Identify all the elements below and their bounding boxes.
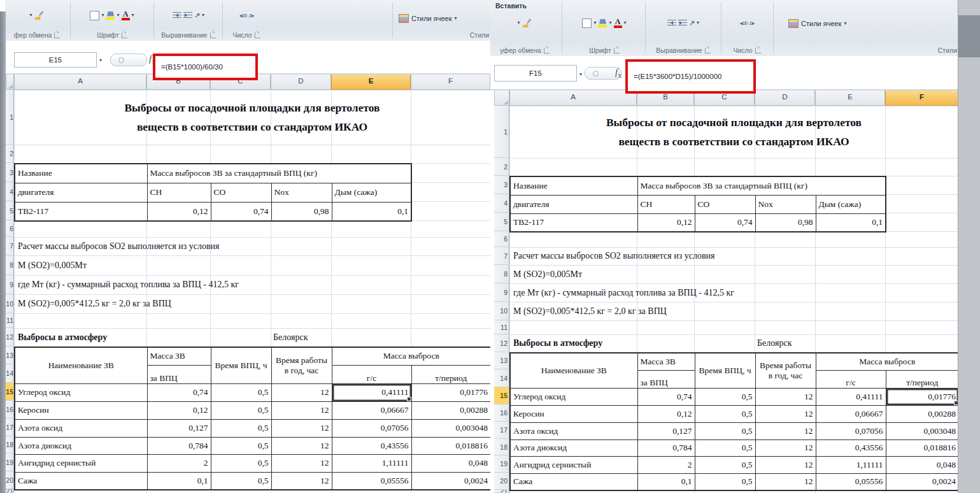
substance-name[interactable]: Керосин bbox=[15, 401, 147, 419]
fill-color-icon[interactable] bbox=[598, 19, 607, 27]
borders-icon[interactable] bbox=[582, 18, 592, 28]
engine-name-header2[interactable]: двигателя bbox=[510, 195, 637, 213]
cell-c15[interactable]: 0,5 bbox=[211, 383, 271, 401]
cell-f17[interactable]: 0,003048 bbox=[411, 419, 490, 437]
decrease-decimal-icon[interactable]: ,0▸ bbox=[248, 13, 253, 18]
dialog-launcher-icon[interactable] bbox=[544, 48, 550, 54]
cell-f19[interactable]: 0,048 bbox=[411, 454, 490, 472]
row-header-4[interactable]: 4 bbox=[6, 182, 14, 201]
row-header-3[interactable]: 3 bbox=[6, 163, 14, 182]
cell-b19[interactable]: 2 bbox=[147, 454, 211, 472]
increase-decimal-icon[interactable]: ◂,00 bbox=[239, 13, 246, 18]
row-header-21[interactable]: 21 bbox=[494, 490, 509, 493]
cell-d20[interactable]: 12 bbox=[271, 472, 332, 490]
row-header-19[interactable]: 19 bbox=[6, 454, 14, 471]
formula-text[interactable]: =(E15*3600*D15)/1000000 bbox=[634, 73, 721, 80]
cell-e18[interactable]: 0,43556 bbox=[332, 437, 411, 454]
name-box-caret[interactable]: ▾ bbox=[579, 71, 582, 77]
row-header-11[interactable]: 11 bbox=[494, 320, 509, 334]
engine-value-0[interactable]: 0,12 bbox=[637, 213, 695, 232]
yearly-hours-header[interactable]: Время работы в год, час bbox=[271, 347, 332, 383]
note-line-2[interactable]: М (SO2)=0,005Мт bbox=[18, 255, 87, 275]
row-header-10[interactable]: 10 bbox=[6, 294, 14, 313]
cell-c18[interactable]: 0,5 bbox=[695, 439, 755, 456]
fill-color-caret[interactable]: ▾ bbox=[609, 20, 611, 25]
format-painter-icon[interactable] bbox=[522, 18, 532, 28]
cell-c20[interactable]: 0,5 bbox=[211, 472, 271, 490]
substance-name[interactable]: Азота оксид bbox=[510, 422, 637, 439]
yearly-hours-header[interactable]: Время работы в год, час bbox=[755, 353, 816, 388]
row-header-2[interactable]: 2 bbox=[6, 145, 14, 163]
row-header-17[interactable]: 17 bbox=[494, 422, 509, 439]
substance-name[interactable]: Азота оксид bbox=[15, 419, 147, 437]
row-header-16[interactable]: 16 bbox=[494, 404, 509, 422]
cell-styles-button[interactable]: Стили ячеек ▾ bbox=[788, 19, 847, 28]
name-box[interactable]: F15 bbox=[494, 65, 577, 82]
engine-name-header[interactable]: Название bbox=[15, 164, 147, 183]
location-cell[interactable]: Белоярск bbox=[757, 334, 792, 352]
cell-f16[interactable]: 0,00288 bbox=[411, 401, 490, 419]
cell-d15[interactable]: 12 bbox=[271, 383, 332, 401]
pollutant-header-0[interactable]: CH bbox=[637, 195, 695, 213]
increase-indent-icon[interactable] bbox=[183, 12, 192, 19]
row-header-20[interactable]: 20 bbox=[6, 471, 14, 489]
borders-icon[interactable] bbox=[90, 11, 99, 20]
cell-b20[interactable]: 0,1 bbox=[637, 473, 695, 490]
row-header-15[interactable]: 15 bbox=[494, 387, 509, 404]
row-header-3[interactable]: 3 bbox=[494, 176, 509, 194]
row-header-9[interactable]: 9 bbox=[494, 283, 509, 302]
name-box[interactable]: E15 bbox=[14, 52, 97, 68]
cell-f15[interactable]: 0,01776 bbox=[411, 383, 490, 401]
mass-per-cycle-header[interactable]: Масса выбросов ЗВ за стандартный ВПЦ (кг… bbox=[637, 176, 886, 195]
dialog-launcher-icon[interactable] bbox=[54, 32, 60, 38]
cell-d16[interactable]: 12 bbox=[271, 401, 332, 419]
row-header-1[interactable]: 1 bbox=[6, 90, 14, 145]
cell-d15[interactable]: 12 bbox=[755, 388, 816, 405]
row-header-19[interactable]: 19 bbox=[494, 455, 509, 473]
grams-per-second-header[interactable]: г/с bbox=[332, 365, 411, 383]
text-orientation-icon[interactable]: ↗ bbox=[689, 19, 695, 27]
borders-caret[interactable]: ▾ bbox=[101, 13, 104, 18]
font-color-icon[interactable]: А bbox=[614, 18, 622, 28]
engine-value-2[interactable]: 0,98 bbox=[755, 213, 816, 232]
row-header-9[interactable]: 9 bbox=[6, 275, 14, 294]
fill-color-icon[interactable] bbox=[106, 11, 115, 20]
row-header-7[interactable]: 7 bbox=[6, 237, 14, 255]
tons-per-period-header[interactable]: т/период bbox=[886, 370, 959, 388]
cell-c17[interactable]: 0,5 bbox=[211, 419, 271, 437]
row-header-6[interactable]: 6 bbox=[6, 220, 14, 237]
cell-b16[interactable]: 0,12 bbox=[147, 401, 211, 419]
mass-per-cycle-header[interactable]: Масса выбросов ЗВ за стандартный ВПЦ (кг… bbox=[147, 164, 411, 183]
cell-e17[interactable]: 0,07056 bbox=[332, 419, 411, 437]
section-label[interactable]: Выбросы в атмосферу bbox=[513, 334, 602, 352]
row-header-21[interactable]: 21 bbox=[6, 489, 14, 493]
substance-name[interactable]: Углерод оксид bbox=[15, 383, 147, 401]
row-header-5[interactable]: 5 bbox=[494, 213, 509, 231]
column-header-F[interactable]: F bbox=[411, 73, 490, 90]
cell-b18[interactable]: 0,784 bbox=[637, 439, 695, 456]
substance-name[interactable]: Сажа bbox=[15, 472, 147, 490]
row-header-13[interactable]: 13 bbox=[6, 347, 14, 364]
cell-e15[interactable]: 0,41111 bbox=[816, 388, 886, 405]
row-header-15[interactable]: 15 bbox=[6, 383, 14, 401]
engine-cell[interactable]: ТВ2-117 bbox=[15, 202, 147, 221]
mass-per-cycle-top-header[interactable]: Масса ЗВ bbox=[147, 347, 211, 365]
emission-mass-header[interactable]: Масса выбросв bbox=[816, 353, 959, 370]
cell-c16[interactable]: 0,5 bbox=[695, 405, 755, 422]
substance-name-header[interactable]: Наименование ЗВ bbox=[15, 347, 147, 383]
dialog-launcher-icon[interactable] bbox=[705, 48, 711, 54]
pollutant-header-3[interactable]: Дым (сажа) bbox=[816, 195, 886, 213]
row-header-6[interactable]: 6 bbox=[494, 231, 509, 247]
cell-d18[interactable]: 12 bbox=[271, 437, 332, 454]
cell-f18[interactable]: 0,018816 bbox=[411, 437, 490, 454]
cell-e15[interactable]: 0,41111 bbox=[332, 383, 411, 401]
column-header-A[interactable]: A bbox=[14, 73, 146, 90]
grams-per-second-header[interactable]: г/с bbox=[816, 370, 886, 388]
substance-name[interactable]: Азота диоксид bbox=[15, 437, 147, 454]
substance-name[interactable]: Ангидрид сернистый bbox=[510, 456, 637, 473]
engine-value-2[interactable]: 0,98 bbox=[271, 202, 332, 221]
row-header-4[interactable]: 4 bbox=[494, 194, 509, 213]
cell-c19[interactable]: 0,5 bbox=[695, 456, 755, 473]
row-header-17[interactable]: 17 bbox=[6, 418, 14, 436]
cell-e16[interactable]: 0,06667 bbox=[816, 405, 886, 422]
